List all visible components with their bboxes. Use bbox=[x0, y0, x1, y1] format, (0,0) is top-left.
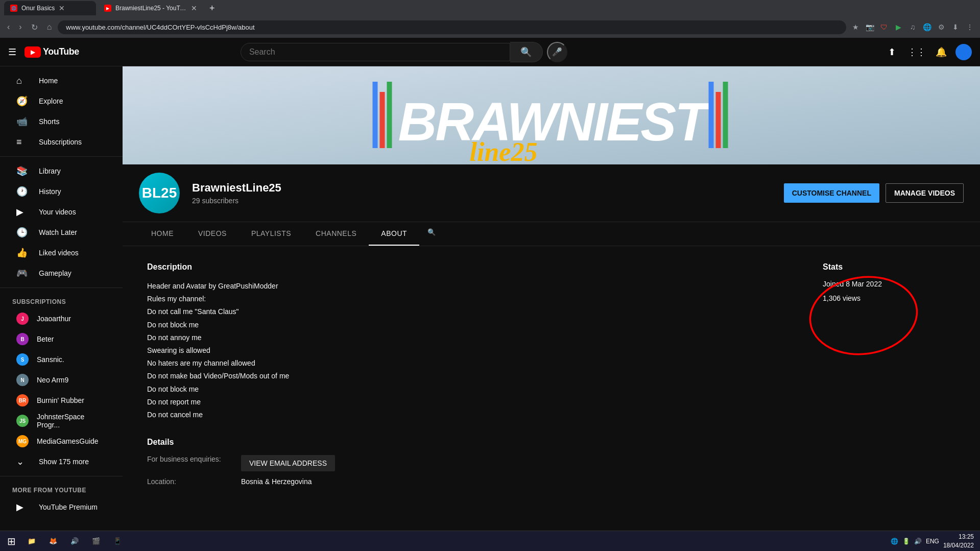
start-button[interactable]: ⊞ bbox=[2, 532, 20, 550]
search-bar: 🔍 🎤 bbox=[241, 42, 567, 62]
menu-icon[interactable]: ⋮ bbox=[964, 21, 976, 33]
download-icon[interactable]: ⬇ bbox=[949, 21, 962, 33]
sidebar-item-history[interactable]: 🕐 History bbox=[4, 181, 118, 202]
view-email-button[interactable]: VIEW EMAIL ADDRESS bbox=[241, 455, 335, 471]
browser-tab-1[interactable]: 🌐 Onur Basics ✕ bbox=[4, 1, 96, 15]
shield-icon[interactable]: 🛡 bbox=[878, 21, 890, 33]
svg-text:BRAWNIEST: BRAWNIEST bbox=[398, 92, 712, 152]
sidebar-item-gameplay[interactable]: 🎮 Gameplay bbox=[4, 263, 118, 283]
taskbar-date-value: 18/04/2022 bbox=[943, 541, 974, 550]
channel-search-icon[interactable]: 🔍 bbox=[419, 222, 444, 246]
taskbar: ⊞ 📁 🦊 🔊 🎬 📱 🌐 🔋 🔊 ENG 13:25 18/04/2022 bbox=[0, 531, 980, 551]
desc-line-1: Header and Avatar by GreatPushiModder bbox=[147, 280, 798, 293]
browser-tab-2[interactable]: ▶ BrawniestLine25 - YouTube ✕ bbox=[98, 1, 203, 15]
tab2-close-icon[interactable]: ✕ bbox=[191, 4, 197, 12]
upload-button[interactable]: ⬆ bbox=[882, 42, 902, 62]
sub-avatar-beter: B bbox=[16, 333, 29, 345]
about-details-section: Details For business enquiries: VIEW EMA… bbox=[147, 438, 798, 486]
sidebar-item-watch-later[interactable]: 🕒 Watch Later bbox=[4, 222, 118, 243]
location-label: Location: bbox=[147, 477, 229, 486]
sub-label-joaoarthur: Joaoarthur bbox=[37, 315, 71, 323]
home-button[interactable]: ⌂ bbox=[44, 20, 55, 34]
apps-button[interactable]: ⋮⋮ bbox=[906, 42, 927, 62]
sub-label-beter: Beter bbox=[37, 335, 54, 343]
music-icon[interactable]: ♫ bbox=[906, 21, 919, 33]
channel-avatar-initials: BL25 bbox=[142, 185, 177, 201]
taskbar-app-viber[interactable]: 📱 bbox=[107, 532, 128, 550]
reload-button[interactable]: ↻ bbox=[28, 20, 41, 34]
channel-info: BL25 BrawniestLine25 29 subscribers CUST… bbox=[123, 164, 980, 222]
channel-tabs: HOME VIDEOS PLAYLISTS CHANNELS ABOUT 🔍 bbox=[123, 222, 980, 246]
channel-tab-about[interactable]: ABOUT bbox=[369, 222, 419, 246]
taskbar-clock: 13:25 18/04/2022 bbox=[943, 533, 974, 550]
sidebar-item-yt-premium[interactable]: ▶ YouTube Premium bbox=[4, 497, 118, 517]
taskbar-app-media[interactable]: 🎬 bbox=[86, 532, 106, 550]
play-icon[interactable]: ▶ bbox=[892, 21, 904, 33]
vpn-icon[interactable]: 🌐 bbox=[921, 21, 933, 33]
settings-icon[interactable]: ⚙ bbox=[935, 21, 947, 33]
search-button[interactable]: 🔍 bbox=[510, 42, 543, 62]
bell-icon[interactable]: 🔔 bbox=[931, 42, 951, 62]
sidebar-sub-burnin-rubber[interactable]: BR Burnin' Rubber bbox=[4, 390, 118, 411]
toolbar-icons: ★ 📷 🛡 ▶ ♫ 🌐 ⚙ ⬇ ⋮ bbox=[849, 21, 976, 33]
sub-label-sansnic: Sansnic. bbox=[37, 355, 64, 364]
new-tab-button[interactable]: + bbox=[205, 3, 219, 14]
sidebar-sub-johnsterspace[interactable]: JS JohnsterSpace Progr... bbox=[4, 411, 118, 431]
sidebar-library-label: Library bbox=[39, 167, 61, 175]
channel-tab-channels[interactable]: CHANNELS bbox=[303, 222, 369, 246]
yt-logo[interactable]: YouTube bbox=[25, 46, 79, 58]
home-icon: ⌂ bbox=[16, 76, 29, 86]
sidebar-item-liked-videos[interactable]: 👍 Liked videos bbox=[4, 243, 118, 263]
browser-frame: 🌐 Onur Basics ✕ ▶ BrawniestLine25 - YouT… bbox=[0, 0, 980, 551]
about-stats-section: Stats Joined 8 Mar 2022 1,306 views bbox=[823, 262, 955, 492]
sidebar-item-shorts[interactable]: 📹 Shorts bbox=[4, 111, 118, 132]
back-button[interactable]: ‹ bbox=[4, 20, 13, 34]
channel-actions: CUSTOMISE CHANNEL MANAGE VIDEOS bbox=[784, 183, 964, 203]
sidebar-sub-sansnic[interactable]: S Sansnic. bbox=[4, 349, 118, 370]
mic-button[interactable]: 🎤 bbox=[547, 42, 567, 62]
sidebar-sub-beter[interactable]: B Beter bbox=[4, 329, 118, 349]
bookmark-icon[interactable]: ★ bbox=[849, 21, 862, 33]
browser-toolbar: ‹ › ↻ ⌂ ★ 📷 🛡 ▶ ♫ 🌐 ⚙ ⬇ ⋮ bbox=[0, 16, 980, 38]
taskbar-app-file-explorer[interactable]: 📁 bbox=[21, 532, 42, 550]
location-value: Bosnia & Herzegovina bbox=[241, 477, 312, 486]
channel-tab-playlists[interactable]: PLAYLISTS bbox=[239, 222, 303, 246]
taskbar-system-tray: 🌐 🔋 🔊 ENG 13:25 18/04/2022 bbox=[887, 533, 978, 550]
volume-icon[interactable]: 🔊 bbox=[914, 538, 922, 545]
tab1-close-icon[interactable]: ✕ bbox=[59, 4, 65, 12]
tab1-title: Onur Basics bbox=[21, 5, 55, 12]
sidebar-sub-neoarm9[interactable]: N Neo Arm9 bbox=[4, 370, 118, 390]
sidebar-item-explore[interactable]: 🧭 Explore bbox=[4, 91, 118, 111]
file-explorer-icon: 📁 bbox=[28, 537, 36, 545]
channel-tab-videos[interactable]: VIDEOS bbox=[186, 222, 239, 246]
sidebar-sub-mediagamesguide[interactable]: MG MediaGamesGuide bbox=[4, 431, 118, 451]
shorts-icon: 📹 bbox=[16, 116, 29, 127]
search-input[interactable] bbox=[241, 43, 510, 61]
channel-tab-home[interactable]: HOME bbox=[139, 222, 186, 246]
sidebar-sub-joaoarthur[interactable]: J Joaoarthur bbox=[4, 308, 118, 329]
forward-button[interactable]: › bbox=[16, 20, 25, 34]
sidebar-item-your-videos[interactable]: ▶ Your videos bbox=[4, 202, 118, 222]
sidebar-item-home[interactable]: ⌂ Home bbox=[4, 70, 118, 91]
taskbar-app-browser[interactable]: 🦊 bbox=[43, 532, 63, 550]
customise-channel-button[interactable]: CUSTOMISE CHANNEL bbox=[784, 183, 879, 203]
network-icon[interactable]: 🌐 bbox=[891, 538, 898, 545]
user-avatar[interactable] bbox=[955, 44, 972, 60]
language-indicator: ENG bbox=[926, 538, 939, 545]
stats-circle-wrapper: Joined 8 Mar 2022 1,306 views bbox=[823, 280, 882, 308]
youtube-app: ☰ YouTube 🔍 🎤 ⬆ ⋮⋮ 🔔 bbox=[0, 38, 980, 531]
manage-videos-button[interactable]: MANAGE VIDEOS bbox=[886, 183, 964, 203]
taskbar-app-audio[interactable]: 🔊 bbox=[64, 532, 85, 550]
show-more-button[interactable]: ⌄ Show 175 more bbox=[4, 451, 118, 472]
yt-sidebar: ⌂ Home 🧭 Explore 📹 Shorts ≡ Subscription… bbox=[0, 66, 123, 531]
camera-icon[interactable]: 📷 bbox=[864, 21, 876, 33]
sub-avatar-johnsterspace: JS bbox=[16, 415, 29, 427]
battery-icon[interactable]: 🔋 bbox=[902, 538, 910, 545]
stat-joined: Joined 8 Mar 2022 bbox=[823, 280, 882, 288]
hamburger-menu[interactable]: ☰ bbox=[8, 46, 16, 58]
sidebar-item-subscriptions[interactable]: ≡ Subscriptions bbox=[4, 132, 118, 152]
sidebar-item-library[interactable]: 📚 Library bbox=[4, 161, 118, 181]
address-bar[interactable] bbox=[58, 20, 846, 34]
description-text: Header and Avatar by GreatPushiModder Ru… bbox=[147, 280, 798, 421]
stats-title: Stats bbox=[823, 262, 955, 272]
